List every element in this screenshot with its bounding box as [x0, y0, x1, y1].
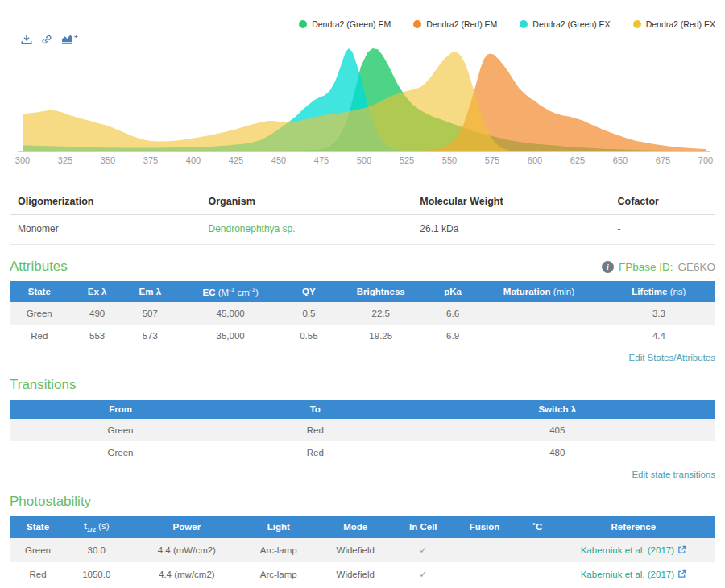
x-tick-label: 500 [357, 155, 371, 165]
download-chart-button[interactable] [21, 34, 32, 45]
plus-badge: + [74, 34, 78, 40]
spectrum-area[interactable] [23, 52, 518, 151]
table-row: Red 553 573 35,000 0.55 19.25 6.9 4.4 [10, 325, 715, 347]
cofactor-value: - [610, 215, 715, 245]
chart-toolbar: + [21, 34, 78, 45]
fpbase-id: i FPbase ID: GE6KO [602, 261, 715, 273]
x-tick-label: 400 [186, 155, 201, 165]
column-header-fusion: Fusion [445, 516, 523, 538]
legend-label: Dendra2 (Red) EM [426, 19, 497, 29]
column-header-in-cell: In Cell [400, 516, 445, 538]
legend-label: Dendra2 (Green) EX [532, 19, 610, 29]
x-tick-label: 325 [58, 155, 72, 165]
column-header-mode: Mode [310, 516, 400, 538]
transitions-heading: Transitions [10, 377, 77, 393]
x-tick-label: 550 [442, 155, 457, 165]
photostability-heading: Photostability [10, 494, 91, 510]
column-header-ec: EC (M-1 cm-1) [175, 281, 286, 302]
column-header-to: To [231, 400, 399, 419]
x-tick-label: 600 [528, 155, 542, 165]
state-value: Red [10, 325, 69, 347]
x-tick-label: 450 [271, 155, 286, 165]
check-icon: ✓ [419, 545, 427, 556]
reference-link[interactable]: Kaberniuk et al. (2017) [581, 569, 686, 580]
column-header-temperature: ˚C [524, 516, 552, 538]
x-tick-label: 575 [485, 155, 499, 165]
column-header-state: State [10, 516, 66, 538]
external-link-icon [677, 569, 686, 580]
legend-dot-icon [633, 20, 641, 28]
chart-legend: Dendra2 (Green) EM Dendra2 (Red) EM Dend… [299, 19, 715, 29]
legend-item-red-em[interactable]: Dendra2 (Red) EM [413, 19, 497, 29]
x-tick-label: 525 [400, 155, 414, 165]
table-row: Monomer Dendronephthya sp. 26.1 kDa - [10, 215, 715, 245]
legend-dot-icon [299, 20, 307, 28]
column-header-brightness: Brightness [331, 281, 430, 302]
column-header-lifetime: Lifetime (ns) [603, 281, 715, 302]
edit-states-attributes-link[interactable]: Edit States/Attributes [629, 353, 715, 362]
legend-dot-icon [520, 20, 528, 28]
copy-link-button[interactable] [41, 34, 52, 45]
column-header-oligomerization: Oligomerization [10, 188, 201, 215]
spectra-viewer: Dendra2 (Green) EM Dendra2 (Red) EM Dend… [0, 0, 725, 171]
table-row: Green 490 507 45,000 0.5 22.5 6.6 3.3 [10, 302, 715, 325]
x-tick-label: 650 [613, 155, 628, 165]
column-header-em: Em λ [126, 281, 175, 302]
column-header-switch: Switch λ [400, 400, 715, 419]
x-tick-label: 300 [15, 155, 30, 165]
fpbase-id-value: GE6KO [677, 261, 715, 273]
column-header-qy: QY [286, 281, 331, 302]
fpbase-id-label: FPbase ID: [619, 261, 673, 273]
table-row: Green Red 405 [10, 419, 715, 441]
x-tick-label: 425 [229, 155, 243, 165]
table-row: Green Red 480 [10, 441, 715, 464]
column-header-thalf: t1/2 (s) [66, 516, 126, 538]
attributes-heading: Attributes [10, 259, 68, 275]
external-link-icon [677, 545, 686, 556]
column-header-pka: pKa [430, 281, 475, 302]
x-tick-label: 375 [143, 155, 158, 165]
x-axis: 3003253503754004254504755005255505756006… [0, 155, 725, 168]
legend-label: Dendra2 (Red) EX [646, 19, 715, 29]
check-icon: ✓ [419, 569, 427, 580]
molecular-weight-value: 26.1 kDa [412, 215, 609, 245]
state-value: Green [10, 302, 69, 325]
table-row: Red 1050.0 4.4 (mw/cm2) Arc-lamp Widefie… [10, 562, 715, 586]
spectra-chart[interactable] [0, 37, 725, 158]
basic-info-table: Oligomerization Organism Molecular Weigh… [10, 188, 715, 245]
legend-label: Dendra2 (Green) EM [312, 19, 391, 29]
x-tick-label: 700 [698, 155, 713, 165]
edit-state-transitions-link[interactable]: Edit state transitions [632, 470, 715, 479]
column-header-maturation: Maturation (min) [475, 281, 603, 302]
column-header-power: Power [126, 516, 246, 538]
column-header-organism: Organism [201, 188, 412, 215]
legend-item-green-ex[interactable]: Dendra2 (Green) EX [520, 19, 610, 29]
column-header-from: From [10, 400, 231, 419]
column-header-molecular-weight: Molecular Weight [412, 188, 609, 215]
area-chart-add-icon [61, 34, 73, 44]
column-header-ex: Ex λ [69, 281, 126, 302]
column-header-reference: Reference [552, 516, 715, 538]
column-header-cofactor: Cofactor [610, 188, 715, 215]
info-circle-icon[interactable]: i [602, 261, 614, 273]
link-icon [41, 34, 52, 45]
x-tick-label: 475 [314, 155, 329, 165]
organism-link[interactable]: Dendronephthya sp. [209, 223, 296, 234]
protein-page: Dendra2 (Green) EM Dendra2 (Red) EM Dend… [0, 0, 725, 588]
attributes-table: State Ex λ Em λ EC (M-1 cm-1) QY Brightn… [10, 281, 715, 347]
x-tick-label: 350 [101, 155, 115, 165]
x-tick-label: 675 [656, 155, 670, 165]
transitions-table: From To Switch λ Green Red 405 Green Red… [10, 400, 715, 464]
x-tick-label: 625 [570, 155, 585, 165]
legend-item-green-em[interactable]: Dendra2 (Green) EM [299, 19, 391, 29]
oligomerization-value: Monomer [10, 215, 201, 245]
legend-dot-icon [413, 20, 421, 28]
table-row: Green 30.0 4.4 (mW/cm2) Arc-lamp Widefie… [10, 538, 715, 562]
legend-item-red-ex[interactable]: Dendra2 (Red) EX [633, 19, 715, 29]
column-header-light: Light [246, 516, 310, 538]
photostability-table: State t1/2 (s) Power Light Mode In Cell … [10, 516, 715, 586]
reference-link[interactable]: Kaberniuk et al. (2017) [581, 545, 686, 556]
column-header-state: State [10, 281, 69, 302]
download-icon [21, 34, 32, 45]
open-spectra-viewer-button[interactable]: + [61, 34, 78, 45]
